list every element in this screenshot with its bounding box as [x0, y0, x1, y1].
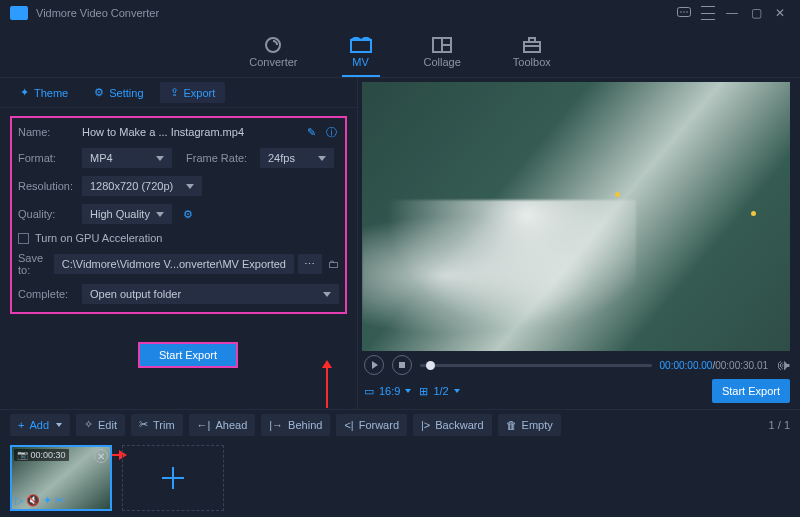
subtab-setting[interactable]: ⚙ Setting: [84, 82, 153, 103]
wand-icon: ✧: [84, 418, 93, 431]
zoom-select[interactable]: ⊞ 1/2: [419, 385, 459, 398]
titlebar: Vidmore Video Converter — ▢ ✕: [0, 0, 800, 26]
framerate-select[interactable]: 24fps: [260, 148, 334, 168]
forward-button[interactable]: <|Forward: [336, 414, 407, 436]
format-label: Format:: [18, 152, 82, 164]
forward-icon: <|: [344, 419, 353, 431]
play-icon: [372, 361, 378, 369]
name-label: Name:: [18, 126, 82, 138]
preview-texture: [362, 200, 636, 351]
feedback-icon[interactable]: [674, 3, 694, 23]
clip-thumbnail[interactable]: 📷 00:00:30 ✕ ▷ 🔇 ✦ ✂: [10, 445, 112, 511]
backward-icon: |>: [421, 419, 430, 431]
row-gpu: Turn on GPU Acceleration: [18, 232, 339, 244]
aspect-ratio-select[interactable]: ▭ 16:9: [364, 385, 411, 398]
tab-mv[interactable]: MV: [342, 32, 380, 72]
tab-converter[interactable]: Converter: [241, 32, 305, 72]
resolution-label: Resolution:: [18, 180, 82, 192]
aspect-icon: ▭: [364, 385, 374, 398]
quality-select[interactable]: High Quality: [82, 204, 172, 224]
gpu-checkbox[interactable]: [18, 233, 29, 244]
add-button[interactable]: +Add: [10, 414, 70, 436]
export-icon: ⇪: [170, 86, 179, 99]
export-panel: Name: How to Make a ... Instagram.mp4 ✎ …: [0, 108, 357, 380]
subtabs: ✦ Theme ⚙ Setting ⇪ Export: [0, 78, 357, 108]
play-button[interactable]: [364, 355, 384, 375]
gear-icon: ⚙: [94, 86, 104, 99]
tab-toolbox[interactable]: Toolbox: [505, 32, 559, 72]
page-indicator: 1 / 1: [769, 419, 790, 431]
svg-point-2: [683, 11, 685, 13]
backward-button[interactable]: |>Backward: [413, 414, 492, 436]
menu-icon[interactable]: [698, 3, 718, 23]
format-select[interactable]: MP4: [82, 148, 172, 168]
theme-sparkle-icon: ✦: [20, 86, 29, 99]
stop-icon: [399, 362, 405, 368]
trash-icon: 🗑: [506, 419, 517, 431]
remove-clip-button[interactable]: ✕: [94, 449, 108, 463]
seek-handle[interactable]: [426, 361, 435, 370]
chevron-down-icon: [156, 212, 164, 217]
video-preview[interactable]: [362, 82, 790, 351]
behind-icon: |→: [269, 419, 283, 431]
chevron-down-icon: [323, 292, 331, 297]
ahead-button[interactable]: ←|Ahead: [189, 414, 256, 436]
gpu-label: Turn on GPU Acceleration: [35, 232, 162, 244]
clip-effects-icon[interactable]: ✦: [43, 494, 52, 507]
zoom-icon: ⊞: [419, 385, 428, 398]
svg-point-3: [686, 11, 688, 13]
behind-button[interactable]: |→Behind: [261, 414, 330, 436]
player-controls: 00:00:00.00/00:00:30.01 🕪 ▭ 16:9 ⊞ 1/2: [358, 351, 800, 409]
start-export-button-right[interactable]: Start Export: [712, 379, 790, 403]
chevron-down-icon: [405, 389, 411, 393]
app-title: Vidmore Video Converter: [36, 7, 159, 19]
tab-collage[interactable]: Collage: [416, 32, 469, 72]
ahead-icon: ←|: [197, 419, 211, 431]
resolution-select[interactable]: 1280x720 (720p): [82, 176, 202, 196]
plus-icon: +: [18, 419, 24, 431]
subtab-export[interactable]: ⇪ Export: [160, 82, 226, 103]
maximize-button[interactable]: ▢: [746, 3, 766, 23]
complete-label: Complete:: [18, 288, 82, 300]
svg-rect-5: [351, 40, 371, 52]
seek-bar[interactable]: [420, 364, 652, 367]
info-icon[interactable]: ⓘ: [323, 124, 339, 140]
app-logo-icon: [10, 6, 28, 20]
stop-button[interactable]: [392, 355, 412, 375]
edit-button[interactable]: ✧Edit: [76, 414, 125, 436]
chevron-down-icon: [454, 389, 460, 393]
minimize-button[interactable]: —: [722, 3, 742, 23]
annotation-arrow-up: [326, 366, 328, 408]
volume-icon[interactable]: 🕪: [776, 357, 790, 373]
body: ✦ Theme ⚙ Setting ⇪ Export Name: How to …: [0, 78, 800, 409]
converter-icon: [262, 36, 284, 54]
clip-mini-toolbar: ▷ 🔇 ✦ ✂: [15, 494, 64, 507]
subtab-theme[interactable]: ✦ Theme: [10, 82, 78, 103]
empty-button[interactable]: 🗑Empty: [498, 414, 561, 436]
save-path-field[interactable]: C:\Vidmore\Vidmore V...onverter\MV Expor…: [54, 254, 294, 274]
trim-button[interactable]: ✂Trim: [131, 414, 183, 436]
chevron-down-icon: [156, 156, 164, 161]
start-export-button-left[interactable]: Start Export: [138, 342, 238, 368]
browse-path-button[interactable]: ⋯: [298, 254, 322, 274]
svg-point-1: [680, 11, 682, 13]
timeline-toolbar: +Add ✧Edit ✂Trim ←|Ahead |→Behind <|Forw…: [0, 409, 800, 439]
open-folder-icon[interactable]: 🗀: [328, 256, 339, 272]
close-button[interactable]: ✕: [770, 3, 790, 23]
quality-label: Quality:: [18, 208, 82, 220]
left-panel: ✦ Theme ⚙ Setting ⇪ Export Name: How to …: [0, 78, 358, 409]
quality-settings-gear-icon[interactable]: ⚙: [180, 206, 196, 222]
row-name: Name: How to Make a ... Instagram.mp4 ✎ …: [18, 124, 339, 140]
svg-rect-10: [529, 38, 535, 42]
row-save-to: Save to: C:\Vidmore\Vidmore V...onverter…: [18, 252, 339, 276]
toolbox-icon: [521, 36, 543, 54]
edit-name-icon[interactable]: ✎: [303, 124, 319, 140]
preview-marker: [615, 192, 620, 197]
clip-mute-icon[interactable]: 🔇: [26, 494, 40, 507]
add-clip-slot[interactable]: [122, 445, 224, 511]
clip-trim-icon[interactable]: ✂: [55, 494, 64, 507]
clip-play-icon[interactable]: ▷: [15, 494, 23, 507]
row-format: Format: MP4 Frame Rate: 24fps: [18, 148, 339, 168]
chevron-down-icon: [318, 156, 326, 161]
complete-select[interactable]: Open output folder: [82, 284, 339, 304]
